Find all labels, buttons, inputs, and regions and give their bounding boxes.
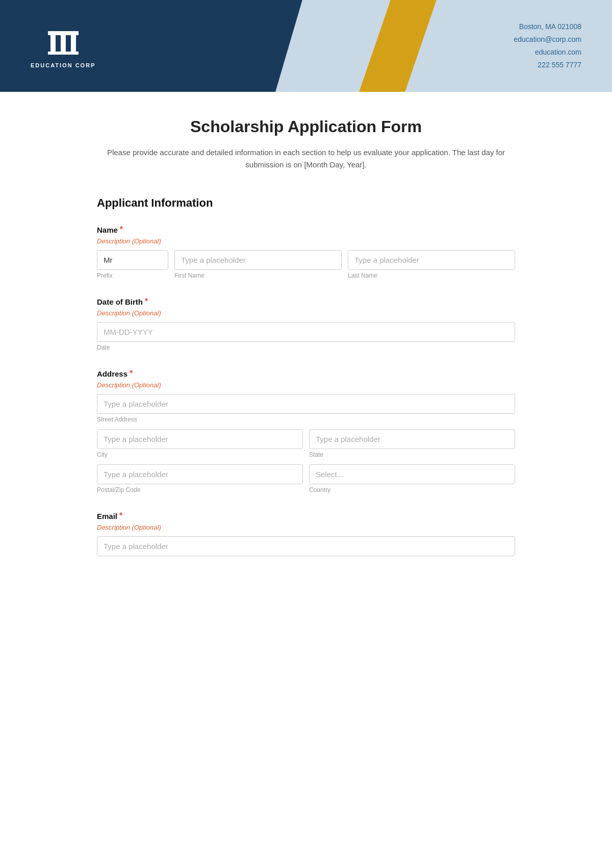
state-input[interactable] [309, 429, 515, 449]
header-contact: Boston, MA 021008 education@corp.com edu… [514, 20, 581, 72]
street-input[interactable] [97, 394, 515, 414]
prefix-input[interactable] [97, 250, 168, 270]
address-description: Description (Optional) [97, 381, 515, 389]
svg-rect-2 [61, 35, 66, 52]
contact-email: education@corp.com [514, 33, 581, 46]
logo-area: EDUCATION CORP [31, 23, 95, 68]
contact-website: education.com [514, 46, 581, 59]
name-description: Description (Optional) [97, 237, 515, 245]
address-field-group: Address * Description (Optional) Street … [97, 369, 515, 493]
section1-title: Applicant Information [97, 196, 515, 210]
street-sublabel: Street Address [97, 416, 515, 423]
first-name-wrapper: First Name [174, 250, 342, 279]
dob-input[interactable] [97, 322, 515, 342]
contact-address: Boston, MA 021008 [514, 20, 581, 33]
first-name-sublabel: First Name [174, 272, 342, 279]
country-wrapper: Select... United States Canada United Ki… [309, 464, 515, 493]
last-name-input[interactable] [348, 250, 515, 270]
name-required: * [120, 225, 123, 234]
dob-description: Description (Optional) [97, 309, 515, 317]
address-label: Address * [97, 369, 515, 378]
main-content: Scholarship Application Form Please prov… [76, 92, 536, 600]
street-wrapper: Street Address [97, 394, 515, 423]
email-input[interactable] [97, 536, 515, 556]
city-wrapper: City [97, 429, 303, 458]
zip-input[interactable] [97, 464, 303, 484]
last-name-sublabel: Last Name [348, 272, 515, 279]
zip-wrapper: Postal/Zip Code [97, 464, 303, 493]
email-wrapper [97, 536, 515, 556]
zip-country-row: Postal/Zip Code Select... United States … [97, 464, 515, 493]
svg-rect-4 [48, 52, 79, 55]
country-select[interactable]: Select... United States Canada United Ki… [309, 464, 515, 484]
prefix-wrapper: Prefix [97, 250, 168, 279]
dob-label: Date of Birth * [97, 297, 515, 306]
state-sublabel: State [309, 451, 515, 458]
city-input[interactable] [97, 429, 303, 449]
last-name-wrapper: Last Name [348, 250, 515, 279]
email-field-group: Email * Description (Optional) [97, 511, 515, 556]
logo-icon [45, 23, 81, 59]
page-header: EDUCATION CORP Boston, MA 021008 educati… [0, 0, 612, 92]
email-label: Email * [97, 511, 515, 520]
logo-text: EDUCATION CORP [31, 62, 95, 68]
name-label: Name * [97, 225, 515, 234]
svg-rect-0 [48, 31, 79, 35]
dob-sublabel: Date [97, 344, 515, 351]
email-required: * [119, 511, 122, 520]
prefix-sublabel: Prefix [97, 272, 168, 279]
first-name-input[interactable] [174, 250, 342, 270]
dob-wrapper: Date [97, 322, 515, 351]
address-required: * [130, 369, 133, 378]
form-subtitle: Please provide accurate and detailed inf… [97, 146, 515, 171]
dob-field-group: Date of Birth * Description (Optional) D… [97, 297, 515, 351]
svg-rect-3 [71, 35, 76, 52]
form-title: Scholarship Application Form [97, 117, 515, 136]
state-wrapper: State [309, 429, 515, 458]
svg-rect-1 [50, 35, 56, 52]
email-description: Description (Optional) [97, 524, 515, 531]
city-sublabel: City [97, 451, 303, 458]
country-sublabel: Country [309, 486, 515, 493]
zip-sublabel: Postal/Zip Code [97, 486, 303, 493]
contact-phone: 222 555 7777 [514, 59, 581, 71]
city-state-row: City State [97, 429, 515, 458]
name-input-row: Prefix First Name Last Name [97, 250, 515, 279]
name-field-group: Name * Description (Optional) Prefix Fir… [97, 225, 515, 279]
dob-required: * [145, 297, 148, 306]
